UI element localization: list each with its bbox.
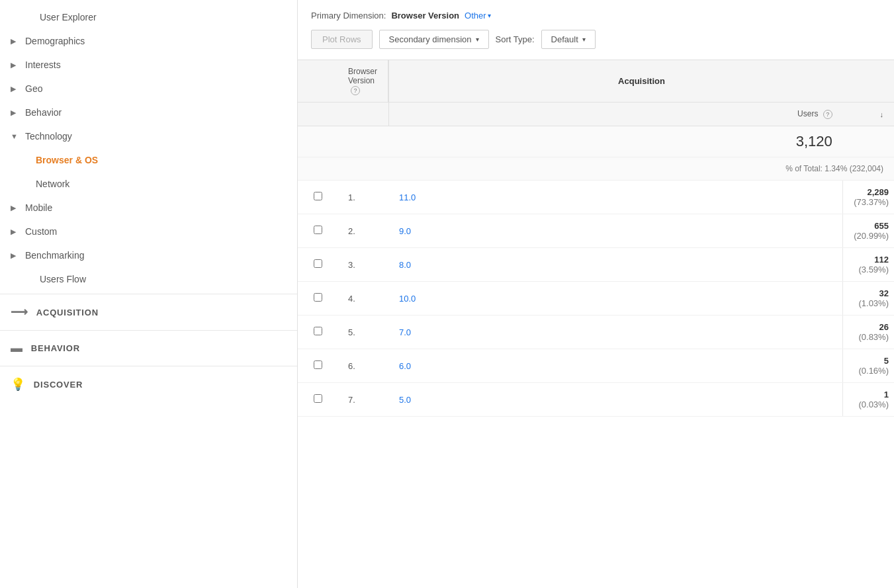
- sidebar-section-acquisition[interactable]: ⟶ ACQUISITION: [0, 297, 297, 327]
- sidebar-item-network[interactable]: Network: [0, 172, 297, 196]
- other-link[interactable]: Other ▾: [465, 11, 491, 21]
- row-checkbox[interactable]: [298, 383, 337, 417]
- browser-version-header: Browser Version ?: [337, 60, 388, 103]
- row-checkbox-input[interactable]: [314, 226, 322, 234]
- section-label: DISCOVER: [34, 380, 83, 390]
- row-checkbox-input[interactable]: [314, 259, 322, 268]
- row-rank-cell: 7.: [337, 383, 388, 417]
- total-percent-row: % of Total: 1.34% (232,004): [298, 157, 894, 181]
- row-version-cell[interactable]: 5.0: [388, 383, 843, 417]
- help-icon[interactable]: ?: [823, 110, 832, 119]
- row-users-cell: 1 (0.03%): [843, 383, 894, 417]
- row-checkbox[interactable]: [298, 349, 337, 383]
- row-version-cell[interactable]: 11.0: [388, 181, 843, 214]
- row-checkbox-input[interactable]: [314, 360, 322, 369]
- main-content: Primary Dimension: Browser Version Other…: [298, 0, 894, 588]
- row-checkbox[interactable]: [298, 248, 337, 282]
- secondary-dimension-label: Secondary dimension: [389, 34, 472, 44]
- row-checkbox-input[interactable]: [314, 394, 322, 403]
- sidebar-item-technology[interactable]: ▼ Technology: [0, 124, 297, 148]
- total-percent-label: % of Total: 1.34% (232,004): [388, 157, 894, 181]
- sidebar-item-users-flow[interactable]: Users Flow: [0, 267, 297, 291]
- row-users-cell: 5 (0.16%): [843, 349, 894, 383]
- table-row: 1. 11.0 2,289 (73.37%): [298, 181, 894, 214]
- data-table: Browser Version ? Acquisition Users ?: [298, 60, 894, 417]
- divider: [0, 294, 297, 294]
- chevron-right-icon: ▶: [11, 108, 21, 117]
- table-row: 2. 9.0 655 (20.99%): [298, 214, 894, 248]
- empty-cell: [298, 157, 388, 181]
- sidebar-item-interests[interactable]: ▶ Interests: [0, 53, 297, 77]
- row-rank-cell: 5.: [337, 315, 388, 349]
- row-users-cell: 112 (3.59%): [843, 248, 894, 282]
- row-version-cell[interactable]: 10.0: [388, 282, 843, 315]
- table-row: 5. 7.0 26 (0.83%): [298, 315, 894, 349]
- chevron-right-icon: ▶: [11, 37, 21, 46]
- row-users-cell: 655 (20.99%): [843, 214, 894, 248]
- controls-row: Plot Rows Secondary dimension ▾ Sort Typ…: [311, 30, 881, 49]
- sidebar-item-label: Custom: [25, 226, 57, 237]
- table-row: 3. 8.0 112 (3.59%): [298, 248, 894, 282]
- row-checkbox-input[interactable]: [314, 327, 322, 335]
- sidebar-item-label: Mobile: [25, 202, 52, 213]
- sidebar-section-discover[interactable]: 💡 DISCOVER: [0, 369, 297, 399]
- sidebar-item-label: User Explorer: [40, 12, 97, 22]
- sidebar: User Explorer ▶ Demographics ▶ Interests…: [0, 0, 298, 588]
- total-checkbox-cell: [298, 126, 337, 157]
- row-checkbox[interactable]: [298, 214, 337, 248]
- sort-arrow-header[interactable]: ↓: [843, 103, 894, 126]
- row-rank-cell: 6.: [337, 349, 388, 383]
- discover-icon: 💡: [11, 377, 26, 392]
- table-row: 7. 5.0 1 (0.03%): [298, 383, 894, 417]
- sidebar-item-custom[interactable]: ▶ Custom: [0, 220, 297, 243]
- help-icon[interactable]: ?: [351, 86, 360, 95]
- primary-dimension-label: Primary Dimension:: [311, 11, 386, 21]
- chevron-down-icon: ▾: [582, 36, 586, 43]
- chevron-down-icon: ▾: [488, 12, 491, 19]
- sidebar-item-label: Geo: [25, 83, 42, 94]
- divider: [0, 366, 297, 366]
- chevron-down-icon: ▾: [476, 36, 479, 43]
- secondary-dimension-dropdown[interactable]: Secondary dimension ▾: [379, 30, 489, 49]
- table-header-row-1: Browser Version ? Acquisition: [298, 60, 894, 103]
- sidebar-item-browser-os[interactable]: Browser & OS: [0, 148, 297, 172]
- row-version-cell[interactable]: 9.0: [388, 214, 843, 248]
- sidebar-item-user-explorer[interactable]: User Explorer: [0, 5, 297, 29]
- primary-dimension-value: Browser Version: [391, 11, 459, 21]
- sidebar-item-label: Benchmarking: [25, 250, 85, 261]
- sidebar-item-mobile[interactable]: ▶ Mobile: [0, 196, 297, 220]
- row-checkbox-input[interactable]: [314, 192, 322, 200]
- row-rank-cell: 2.: [337, 214, 388, 248]
- sidebar-item-benchmarking[interactable]: ▶ Benchmarking: [0, 243, 297, 267]
- row-users-cell: 26 (0.83%): [843, 315, 894, 349]
- behavior-icon: ▬: [11, 341, 23, 355]
- chevron-right-icon: ▶: [11, 85, 21, 93]
- toolbar: Primary Dimension: Browser Version Other…: [298, 0, 894, 60]
- chevron-right-icon: ▶: [11, 228, 21, 236]
- other-label: Other: [465, 11, 486, 21]
- sidebar-item-label: Browser & OS: [36, 155, 98, 165]
- section-label: ACQUISITION: [36, 308, 99, 317]
- row-checkbox[interactable]: [298, 315, 337, 349]
- row-checkbox[interactable]: [298, 181, 337, 214]
- sort-type-label: Sort Type:: [496, 34, 535, 44]
- sidebar-item-behavior[interactable]: ▶ Behavior: [0, 101, 297, 124]
- table-container: Browser Version ? Acquisition Users ?: [298, 60, 894, 588]
- sidebar-item-geo[interactable]: ▶ Geo: [0, 77, 297, 101]
- row-checkbox-input[interactable]: [314, 293, 322, 302]
- row-rank-cell: 3.: [337, 248, 388, 282]
- row-checkbox[interactable]: [298, 282, 337, 315]
- row-version-cell[interactable]: 6.0: [388, 349, 843, 383]
- acquisition-header: Acquisition: [388, 60, 894, 103]
- table-header-row-2: Users ? ↓: [298, 103, 894, 126]
- chevron-right-icon: ▶: [11, 204, 21, 212]
- primary-dimension-row: Primary Dimension: Browser Version Other…: [311, 11, 881, 21]
- divider: [0, 330, 297, 331]
- users-header: Users ?: [388, 103, 843, 126]
- row-version-cell[interactable]: 7.0: [388, 315, 843, 349]
- sidebar-section-behavior[interactable]: ▬ BEHAVIOR: [0, 333, 297, 363]
- sidebar-item-demographics[interactable]: ▶ Demographics: [0, 29, 297, 53]
- row-version-cell[interactable]: 8.0: [388, 248, 843, 282]
- sort-default-dropdown[interactable]: Default ▾: [541, 30, 596, 49]
- total-row: 3,120: [298, 126, 894, 157]
